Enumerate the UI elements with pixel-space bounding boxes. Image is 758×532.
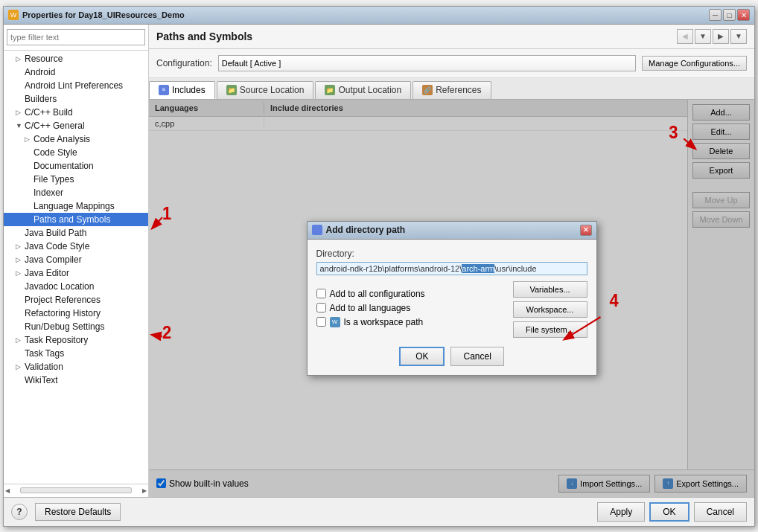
sidebar-item-task-tags[interactable]: Task Tags [4,347,148,360]
config-select[interactable]: Default [ Active ] [218,55,636,71]
tab-output-location[interactable]: 📁 Output Location [315,81,411,99]
nav-dropdown-button[interactable]: ▼ [695,29,711,44]
dialog-cancel-button[interactable]: Cancel [450,347,503,366]
sidebar-item-label: Builders [25,94,57,104]
check-all-languages[interactable] [316,303,326,313]
sidebar-item-validation[interactable]: ▷ Validation [4,360,148,374]
directory-label: Directory: [316,249,587,259]
window-title: Properties for Day18_UIResources_Demo [22,10,709,19]
tab-includes[interactable]: ≡ Includes [149,81,215,99]
variables-button[interactable]: Variables... [513,281,587,298]
sidebar-item-android-lint[interactable]: Android Lint Preferences [4,79,148,92]
apply-button[interactable]: Apply [597,502,645,522]
tab-source-location[interactable]: 📁 Source Location [217,81,314,99]
sidebar-item-builders[interactable]: Builders [4,92,148,106]
scroll-left-icon[interactable]: ◀ [5,487,10,494]
sidebar-item-documentation[interactable]: Documentation [4,159,148,173]
sidebar-item-java-editor[interactable]: ▷ Java Editor [4,266,148,280]
check-workspace-path[interactable] [316,317,326,327]
nav-menu-button[interactable]: ▼ [730,29,747,44]
sidebar-item-label: File Types [34,174,74,185]
expand-icon: ▷ [16,269,23,277]
tab-includes-icon: ≡ [159,85,169,95]
help-button[interactable]: ? [11,504,28,520]
sidebar-item-label: Android [25,67,55,77]
expand-icon [16,296,23,304]
nav-back-button[interactable]: ◀ [677,29,693,44]
sidebar-item-refactoring[interactable]: Refactoring History [4,307,148,320]
tab-source-icon: 📁 [226,85,237,95]
sidebar-item-cpp-general[interactable]: ▼ C/C++ General [4,119,148,132]
sidebar-item-file-types[interactable]: File Types [4,173,148,186]
sidebar-item-label: Java Code Style [25,241,89,251]
sidebar-item-task-repo[interactable]: ▷ Task Repository [4,333,148,347]
expand-icon [25,176,32,183]
panel-header: Paths and Symbols ◀ ▼ ▶ ▼ [149,25,754,49]
sidebar-item-indexer[interactable]: Indexer [4,186,148,199]
expand-icon [25,189,32,196]
sidebar-item-label: Java Build Path [25,228,86,238]
right-panel: Paths and Symbols ◀ ▼ ▶ ▼ Configuration:… [149,25,754,497]
nav-forward-button[interactable]: ▶ [713,29,729,44]
cancel-button[interactable]: Cancel [694,502,747,522]
expand-icon: ▷ [16,55,23,63]
sidebar-item-label: Paths and Symbols [34,214,110,225]
sidebar-item-label: Task Repository [25,335,88,345]
sidebar-item-cpp-build[interactable]: ▷ C/C++ Build [4,106,148,119]
dialog-ok-button[interactable]: OK [399,347,445,366]
directory-input[interactable]: android-ndk-r12b\platforms\android-12\ar… [316,262,587,275]
expand-icon [16,68,23,76]
maximize-button[interactable]: □ [723,9,736,21]
minimize-button[interactable]: ─ [709,9,722,21]
scroll-right-icon[interactable]: ▶ [142,487,147,494]
sidebar-item-paths-symbols[interactable]: Paths and Symbols [4,213,148,226]
dialog-checkboxes: Add to all configurations Add to all lan… [316,289,507,327]
dialog-title: Add directory path [326,225,580,235]
ok-button[interactable]: OK [649,502,689,522]
expand-icon [25,202,32,210]
sidebar-item-java-code-style[interactable]: ▷ Java Code Style [4,240,148,253]
sidebar-item-run-debug[interactable]: Run/Debug Settings [4,320,148,333]
workspace-button[interactable]: Workspace... [513,301,587,318]
check-all-configs-row: Add to all configurations [316,289,507,299]
expand-icon: ▷ [16,336,23,344]
dialog-right-buttons: Variables... Workspace... File system... [513,281,587,338]
sidebar-item-code-analysis[interactable]: ▷ Code Analysis [4,132,148,146]
sidebar-search-area [4,25,148,51]
sidebar-item-label: Validation [25,362,63,372]
expand-icon [16,95,23,103]
dialog-bottom-buttons: OK Cancel [316,347,587,366]
expand-icon: ▷ [16,256,23,263]
sidebar-tree: ▷ Resource Android Android Lint Preferen… [4,51,148,484]
tabs-row: ≡ Includes 📁 Source Location 📁 Output Lo… [149,78,754,100]
check-all-configs[interactable] [316,289,326,298]
tab-references[interactable]: 🔗 References [413,81,491,99]
footer-right-buttons: Apply OK Cancel [597,502,747,522]
sidebar-item-project-refs[interactable]: Project References [4,293,148,307]
search-input[interactable] [7,29,145,45]
sidebar-item-java-build-path[interactable]: Java Build Path [4,226,148,240]
sidebar-item-label: Refactoring History [25,308,101,318]
tab-references-label: References [436,85,481,95]
manage-configurations-button[interactable]: Manage Configurations... [642,56,747,71]
horizontal-scrollbar[interactable] [20,487,132,493]
sidebar-item-java-compiler[interactable]: ▷ Java Compiler [4,253,148,266]
expand-icon [16,323,23,330]
dialog-close-button[interactable]: ✕ [580,225,592,236]
sidebar-item-resource[interactable]: ▷ Resource [4,52,148,65]
directory-value-before: android-ndk-r12b\platforms\android-12\ [320,264,462,273]
dialog-title-bar: Add directory path ✕ [308,222,596,240]
sidebar-scrollbar: ◀ ▶ [4,484,148,497]
sidebar-item-wikitext[interactable]: WikiText [4,374,148,387]
sidebar-item-language-mappings[interactable]: Language Mappings [4,199,148,213]
sidebar-item-label: Language Mappings [34,201,115,211]
directory-value-after: \usr\include [494,264,536,273]
tab-includes-label: Includes [172,85,206,95]
restore-defaults-button[interactable]: Restore Defaults [35,503,121,521]
sidebar-item-code-style[interactable]: Code Style [4,146,148,159]
filesystem-button[interactable]: File system... [513,321,587,338]
sidebar-item-javadoc[interactable]: Javadoc Location [4,280,148,293]
close-button[interactable]: ✕ [737,9,750,21]
config-label: Configuration: [156,58,212,68]
sidebar-item-android[interactable]: Android [4,65,148,79]
